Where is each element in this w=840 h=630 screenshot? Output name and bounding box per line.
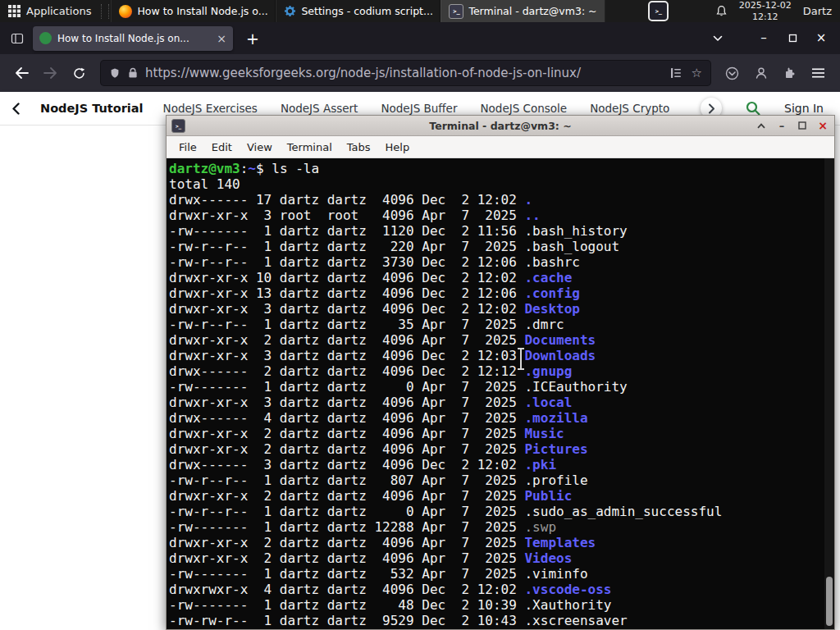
app-menu-icon[interactable]	[805, 60, 832, 86]
clock-date: 2025-12-02	[739, 0, 792, 11]
panel-clock[interactable]: 2025-12-02 12:12	[734, 0, 797, 22]
terminal-titlebar[interactable]: >_ Terminal - dartz@vm3: ~ – ×	[167, 116, 834, 136]
terminal-text: Pictures	[524, 441, 587, 457]
terminal-window: >_ Terminal - dartz@vm3: ~ – × FileEditV…	[166, 115, 835, 630]
shade-icon[interactable]	[755, 119, 768, 132]
terminal-menu-help[interactable]: Help	[378, 141, 418, 153]
terminal-text: .local	[524, 395, 572, 410]
terminal-screen[interactable]: dartz@vm3:~$ ls -latotal 140drwx------ 1…	[167, 158, 834, 629]
terminal-text: ~	[248, 161, 256, 176]
terminal-text: drwxr-xr-x 10 dartz dartz 4096 Dec 2 12:…	[169, 270, 524, 285]
terminal-text: -rw------- 1 dartz dartz 0 Apr 7 2025	[169, 379, 524, 395]
reload-button[interactable]	[66, 60, 93, 86]
search-icon[interactable]	[742, 100, 765, 116]
window-maximize-button[interactable]	[787, 34, 798, 43]
window-minimize-button[interactable]: –	[758, 32, 769, 44]
terminal-text: .vscode-oss	[524, 582, 611, 597]
terminal-window-title: Terminal - dartz@vm3: ~	[167, 120, 834, 132]
terminal-text: .pki	[524, 457, 556, 472]
window-close-button[interactable]: ×	[815, 32, 827, 44]
url-text[interactable]: https://www.geeksforgeeks.org/node-js/in…	[145, 66, 663, 80]
tab-close-icon[interactable]: ×	[217, 33, 226, 44]
terminal-output-line: drwxr-xr-x 3 dartz dartz 4096 Dec 2 12:0…	[169, 301, 834, 317]
terminal-text: .xscreensaver	[524, 613, 627, 628]
browser-tab-active[interactable]: How to Install Node.js on... ×	[33, 26, 233, 51]
terminal-menu-terminal[interactable]: Terminal	[280, 141, 340, 153]
tab-bar: How to Install Node.js on... × + – ×	[0, 22, 840, 54]
nav-item-nodejs-tutorial[interactable]: NodeJS Tutorial	[40, 102, 144, 115]
terminal-maximize-button[interactable]	[796, 119, 809, 132]
terminal-minimize-button[interactable]: –	[775, 119, 788, 132]
tray-terminal-icon[interactable]: >_	[648, 1, 669, 21]
terminal-text: -rw------- 1 dartz dartz 1120 Dec 2 11:5…	[169, 223, 524, 239]
applications-label: Applications	[26, 5, 91, 17]
account-icon[interactable]	[747, 60, 774, 86]
applications-icon	[8, 5, 21, 17]
terminal-text: Music	[524, 426, 564, 441]
taskbar-item-firefox[interactable]: How to Install Node.js o...	[111, 0, 276, 22]
terminal-text: .profile	[524, 472, 587, 488]
terminal-output-line: drwxr-xr-x 2 dartz dartz 4096 Apr 7 2025…	[169, 332, 834, 348]
nav-link-nodejs-console[interactable]: NodeJS Console	[480, 102, 567, 115]
terminal-output-line: -rw-r--r-- 1 dartz dartz 220 Apr 7 2025 …	[169, 239, 834, 254]
nav-link-nodejs-exercises[interactable]: NodeJS Exercises	[163, 102, 258, 115]
terminal-menu-edit[interactable]: Edit	[204, 141, 240, 153]
terminal-text: .mozilla	[524, 410, 587, 426]
terminal-menu-tabs[interactable]: Tabs	[340, 141, 378, 153]
forward-button[interactable]	[37, 60, 64, 86]
terminal-output-line: -rw-r--r-- 1 dartz dartz 3730 Dec 2 12:0…	[169, 254, 834, 270]
urlbar-trailing-icons: ☆	[670, 67, 702, 80]
terminal-text: -rw------- 1 dartz dartz 48 Dec 2 10:39	[169, 597, 524, 613]
pocket-icon[interactable]	[719, 60, 746, 86]
terminal-menu-file[interactable]: File	[171, 141, 204, 153]
terminal-text: dartz@vm3	[169, 161, 240, 176]
taskbar-item-gear[interactable]: Settings - codium script...	[276, 0, 441, 22]
terminal-text: drwxr-xr-x 3 root root 4096 Apr 7 2025	[169, 208, 524, 223]
terminal-close-icon[interactable]: ×	[816, 119, 829, 132]
notification-bell-icon[interactable]	[709, 5, 734, 18]
terminal-text: drwx------ 3 dartz dartz 4096 Dec 2 12:0…	[169, 457, 524, 472]
applications-menu[interactable]: Applications	[0, 0, 99, 22]
terminal-text: drwxr-xr-x 2 dartz dartz 4096 Apr 7 2025	[169, 426, 524, 441]
terminal-text: drwxr-xr-x 3 dartz dartz 4096 Dec 2 12:0…	[169, 301, 524, 317]
firefox-view-icon[interactable]	[7, 28, 28, 49]
terminal-text: drwxrwxr-x 4 dartz dartz 4096 Dec 2 12:0…	[169, 582, 524, 597]
terminal-text: Documents	[524, 332, 596, 348]
terminal-menu-view[interactable]: View	[240, 141, 280, 153]
lock-icon[interactable]	[128, 67, 138, 79]
nav-link-nodejs-assert[interactable]: NodeJS Assert	[281, 102, 358, 115]
terminal-text: -rw------- 1 dartz dartz 532 Apr 7 2025	[169, 566, 524, 582]
terminal-scrollbar[interactable]	[824, 158, 834, 629]
user-menu[interactable]: Dartz	[797, 5, 840, 17]
terminal-output-line: drwxr-xr-x 2 dartz dartz 4096 Apr 7 2025…	[169, 535, 834, 550]
terminal-output-line: -rw-r--r-- 1 dartz dartz 0 Apr 7 2025 .s…	[169, 504, 834, 519]
terminal-scrollbar-thumb[interactable]	[826, 577, 833, 626]
url-bar[interactable]: https://www.geeksforgeeks.org/node-js/in…	[100, 60, 711, 86]
nav-link-nodejs-buffer[interactable]: NodeJS Buffer	[381, 102, 457, 115]
nav-back-chevron-icon[interactable]	[11, 103, 21, 115]
bookmark-star-icon[interactable]: ☆	[692, 67, 702, 80]
terminal-text: drwx------ 2 dartz dartz 4096 Dec 2 12:1…	[169, 363, 524, 379]
list-all-tabs-icon[interactable]	[713, 35, 723, 42]
back-button[interactable]	[8, 60, 35, 86]
nav-link-nodejs-crypto[interactable]: NodeJS Crypto	[590, 102, 669, 115]
shield-icon[interactable]	[109, 67, 121, 80]
mouse-cursor	[520, 349, 522, 368]
new-tab-button[interactable]: +	[241, 30, 264, 48]
terminal-text: -rw-r--r-- 1 dartz dartz 0 Apr 7 2025	[169, 504, 524, 519]
terminal-output-line: drwxr-xr-x 2 dartz dartz 4096 Apr 7 2025…	[169, 488, 834, 504]
sign-in-button[interactable]: Sign In	[784, 102, 829, 115]
terminal-text: $	[256, 161, 272, 176]
terminal-output-line: drwx------ 2 dartz dartz 4096 Dec 2 12:1…	[169, 363, 834, 379]
terminal-text: drwxr-xr-x 13 dartz dartz 4096 Dec 2 12:…	[169, 285, 524, 301]
clock-time: 12:12	[739, 11, 792, 23]
terminal-text: Public	[524, 488, 572, 504]
terminal-text: Downloads	[524, 348, 596, 363]
terminal-window-controls: – ×	[755, 119, 829, 132]
reader-mode-icon[interactable]	[670, 67, 682, 79]
extensions-icon[interactable]	[776, 60, 803, 86]
tab-title: How to Install Node.js on...	[57, 33, 211, 44]
taskbar-item-terminal[interactable]: >_Terminal - dartz@vm3: ~	[441, 0, 605, 22]
terminal-output-line: drwx------ 17 dartz dartz 4096 Dec 2 12:…	[169, 192, 834, 208]
terminal-output-line: drwxr-xr-x 2 dartz dartz 4096 Apr 7 2025…	[169, 441, 834, 457]
